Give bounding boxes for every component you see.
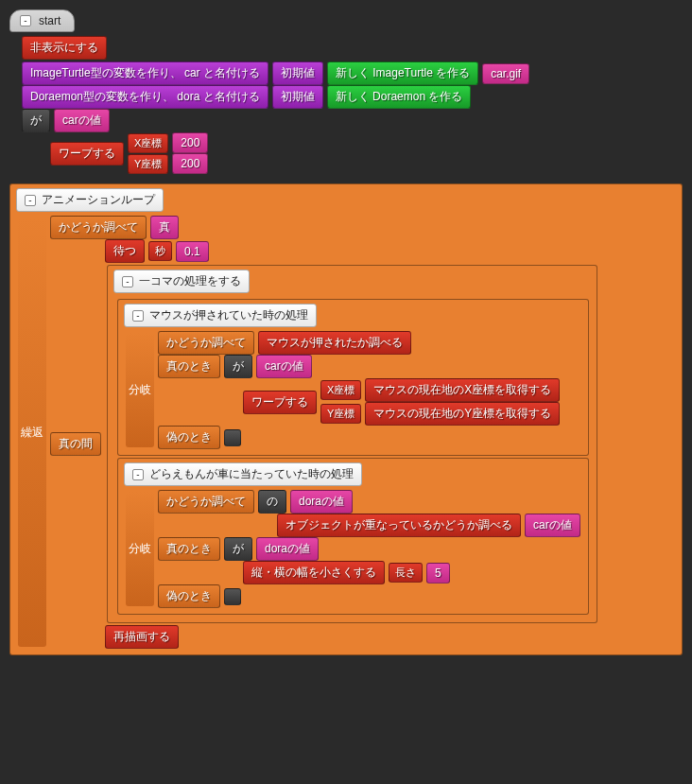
new-imageturtle[interactable]: 新しく ImageTurtle を作る [327, 61, 478, 85]
warp-x-label: X座標 [128, 133, 168, 153]
repeat-side-label: 繰返 [21, 425, 43, 441]
mouse-y-expr[interactable]: マウスの現在地のY座標を取得する [365, 402, 560, 426]
collision-overlap-check[interactable]: オブジェクトが重なっているかどうか調べる [277, 514, 521, 537]
start-label: start [39, 14, 61, 27]
hide-block[interactable]: 非表示にする [22, 36, 107, 60]
redraw-block[interactable]: 再描画する [105, 625, 179, 649]
branch-side-label: 分岐 [129, 382, 151, 398]
mouse-header[interactable]: - マウスが押されていた時の処理 [124, 304, 317, 327]
mouse-check-label: かどうか調べて [158, 331, 254, 355]
collision-no-label: の [258, 490, 286, 514]
mouse-container[interactable]: - マウスが押されていた時の処理 分岐 かどうか調べて [117, 299, 589, 456]
frame-title: 一コマの処理をする [139, 273, 241, 289]
mouse-title: マウスが押されていた時の処理 [149, 307, 308, 323]
wait-sec-value[interactable]: 0.1 [176, 241, 209, 262]
warp-x-value[interactable]: 200 [172, 132, 208, 153]
collision-dora-value2[interactable]: doraの値 [256, 537, 319, 561]
warp-y-label: Y座標 [128, 154, 168, 174]
collapse-toggle[interactable]: - [132, 310, 144, 322]
car-filename[interactable]: car.gif [482, 63, 529, 84]
init-label-dora: 初期値 [272, 85, 323, 109]
collision-container[interactable]: - どらえもんが車に当たっていた時の処理 分岐 かどうか調べて [117, 458, 589, 615]
collapse-toggle[interactable]: - [132, 469, 144, 480]
start-hat[interactable]: - start [9, 9, 75, 32]
mouse-false-slot[interactable] [224, 429, 241, 446]
collision-check-label: かどうか調べて [158, 490, 254, 514]
shrink-len-value[interactable]: 5 [426, 563, 450, 584]
mouse-car-value[interactable]: carの値 [256, 355, 312, 378]
collision-false-slot[interactable] [224, 588, 241, 605]
collision-target-ga: が [224, 537, 252, 561]
collision-title: どらえもんが車に当たっていた時の処理 [149, 466, 354, 482]
loop-header[interactable]: - アニメーションループ [16, 188, 164, 212]
collision-true-label: 真のとき [158, 537, 220, 561]
mouse-target-ga: が [224, 355, 252, 378]
mouse-false-label: 偽のとき [158, 426, 220, 449]
check-condition-label: かどうか調べて [50, 216, 147, 239]
declare-dora[interactable]: Doraemon型の変数を作り、 dora と名付ける [22, 85, 268, 109]
wait-block[interactable]: 待つ [105, 239, 145, 263]
collision-false-label: 偽のとき [158, 584, 220, 608]
mouse-warp[interactable]: ワープする [243, 391, 317, 414]
wait-sec-label: 秒 [148, 241, 172, 261]
collision-header[interactable]: - どらえもんが車に当たっていた時の処理 [124, 462, 362, 486]
collision-car-value[interactable]: carの値 [525, 514, 580, 537]
new-doraemon[interactable]: 新しく Doraemon を作る [327, 85, 472, 109]
target-ga: が [22, 109, 50, 132]
shrink-len-label: 長さ [389, 563, 423, 583]
loop-title: アニメーションループ [42, 192, 155, 208]
collapse-toggle[interactable]: - [25, 195, 36, 206]
mouse-x-expr[interactable]: マウスの現在地のX座標を取得する [365, 378, 560, 402]
declare-car[interactable]: ImageTurtle型の変数を作り、 car と名付ける [22, 61, 268, 85]
collision-dora-value[interactable]: doraの値 [290, 490, 353, 514]
mouse-true-label: 真のとき [158, 355, 220, 378]
true-value[interactable]: 真 [150, 216, 179, 239]
mouse-warp-y-label: Y座標 [320, 404, 361, 424]
warp-y-value[interactable]: 200 [172, 153, 208, 174]
init-label-car: 初期値 [272, 61, 323, 85]
mouse-pressed-check[interactable]: マウスが押されたか調べる [258, 331, 411, 355]
collision-branch-label: 分岐 [129, 541, 151, 557]
frame-container[interactable]: - 一コマの処理をする - マウスが押されていた時の処理 分岐 [107, 265, 597, 623]
frame-header[interactable]: - 一コマの処理をする [113, 270, 250, 293]
warp-block[interactable]: ワープする [50, 142, 124, 166]
car-value-ref[interactable]: carの値 [54, 109, 110, 132]
while-true-label: 真の間 [50, 432, 101, 456]
collapse-toggle[interactable]: - [20, 15, 31, 26]
collapse-toggle[interactable]: - [122, 276, 133, 287]
animation-loop-container[interactable]: - アニメーションループ 繰返 かどうか調べて 真 真の間 待つ 秒 0. [9, 183, 683, 655]
shrink-block[interactable]: 縦・横の幅を小さくする [243, 561, 385, 584]
mouse-warp-x-label: X座標 [320, 380, 361, 400]
